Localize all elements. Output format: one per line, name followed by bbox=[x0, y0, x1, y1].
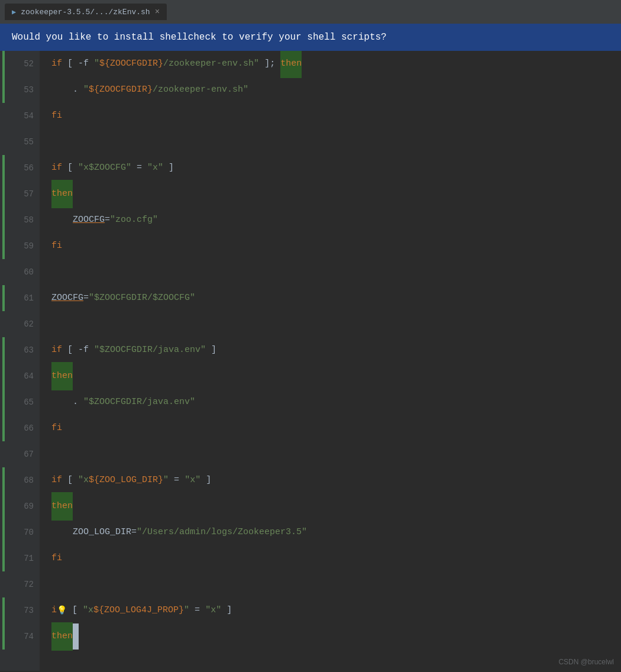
tab-bar: ▶ zookeeper-3.5.5/.../zkEnv.sh × bbox=[0, 0, 621, 24]
code-line-62 bbox=[51, 311, 621, 337]
keyword-then-64: then bbox=[51, 362, 73, 390]
gutter-mark-56 bbox=[2, 155, 5, 181]
code-line-58: ZOOCFG = "zoo.cfg" bbox=[51, 207, 621, 233]
code-line-64: then bbox=[51, 363, 621, 389]
editor-area: 52 53 54 55 56 57 58 59 60 61 62 63 64 6… bbox=[0, 51, 621, 671]
code-line-70: ZOO_LOG_DIR= "/Users/admin/logs/Zookeepe… bbox=[51, 519, 621, 545]
code-line-59: fi bbox=[51, 233, 621, 259]
line-num-72: 72 bbox=[7, 571, 34, 597]
gutter-mark-63 bbox=[2, 337, 5, 363]
lightbulb-icon: 💡 bbox=[57, 597, 67, 623]
code-line-65: . "$ZOOCFGDIR/java.env" bbox=[51, 389, 621, 415]
line-num-68: 68 bbox=[7, 467, 34, 493]
code-line-67 bbox=[51, 441, 621, 467]
line-num-65: 65 bbox=[7, 389, 34, 415]
active-tab[interactable]: ▶ zookeeper-3.5.5/.../zkEnv.sh × bbox=[5, 4, 167, 20]
line-num-69: 69 bbox=[7, 493, 34, 519]
line-num-59: 59 bbox=[7, 233, 34, 259]
gutter-mark-58 bbox=[2, 207, 5, 233]
gutter-mark-60 bbox=[2, 259, 5, 285]
keyword-then-74: then bbox=[51, 622, 73, 651]
line-num-62: 62 bbox=[7, 311, 34, 337]
code-line-57: then bbox=[51, 181, 621, 207]
code-line-56: if [ "x$ZOOCFG" = "x" ] bbox=[51, 155, 621, 181]
line-num-71: 71 bbox=[7, 545, 34, 571]
code-line-66: fi bbox=[51, 415, 621, 441]
line-num-66: 66 bbox=[7, 415, 34, 441]
gutter-mark-52 bbox=[2, 51, 5, 77]
change-gutter bbox=[0, 51, 7, 671]
gutter-mark-73 bbox=[2, 597, 5, 623]
code-line-53: . "${ZOOCFGDIR}/zookeeper-env.sh" bbox=[51, 77, 621, 103]
tab-close-button[interactable]: × bbox=[155, 7, 160, 17]
line-num-60: 60 bbox=[7, 259, 34, 285]
code-line-60 bbox=[51, 259, 621, 285]
line-num-52: 52 bbox=[7, 51, 34, 77]
code-line-61: ZOOCFG = "$ZOOCFGDIR/$ZOOCFG" bbox=[51, 285, 621, 311]
gutter-mark-65 bbox=[2, 389, 5, 415]
line-num-63: 63 bbox=[7, 337, 34, 363]
line-num-53: 53 bbox=[7, 77, 34, 103]
line-num-67: 67 bbox=[7, 441, 34, 467]
footer-attribution: CSDN @brucelwl bbox=[558, 658, 614, 666]
keyword-then-69: then bbox=[51, 492, 73, 521]
gutter-mark-74 bbox=[2, 623, 5, 650]
tab-label: zookeeper-3.5.5/.../zkEnv.sh bbox=[21, 8, 150, 17]
code-editor[interactable]: if [ -f "${ZOOCFGDIR}/zookeeper-env.sh" … bbox=[40, 51, 621, 671]
code-line-52: if [ -f "${ZOOCFGDIR}/zookeeper-env.sh" … bbox=[51, 51, 621, 77]
gutter-mark-71 bbox=[2, 545, 5, 571]
code-line-69: then bbox=[51, 493, 621, 519]
line-num-58: 58 bbox=[7, 207, 34, 233]
keyword-fi-54: fi bbox=[51, 103, 62, 129]
line-num-74: 74 bbox=[7, 623, 34, 650]
terminal-icon: ▶ bbox=[12, 8, 16, 17]
gutter-mark-68 bbox=[2, 467, 5, 493]
line-num-56: 56 bbox=[7, 155, 34, 181]
gutter-mark-64 bbox=[2, 363, 5, 389]
gutter-mark-62 bbox=[2, 311, 5, 337]
gutter-mark-69 bbox=[2, 493, 5, 519]
line-num-54: 54 bbox=[7, 103, 34, 129]
gutter-mark-53 bbox=[2, 77, 5, 103]
gutter-mark-57 bbox=[2, 181, 5, 207]
line-num-70: 70 bbox=[7, 519, 34, 545]
gutter-mark-66 bbox=[2, 415, 5, 441]
gutter-mark-55 bbox=[2, 129, 5, 155]
keyword-then-57: then bbox=[51, 180, 73, 208]
notification-bar: Would you like to install shellcheck to … bbox=[0, 24, 621, 51]
gutter-mark-72 bbox=[2, 571, 5, 597]
gutter-mark-70 bbox=[2, 519, 5, 545]
line-num-73: 73 bbox=[7, 597, 34, 623]
keyword-then-52: then bbox=[280, 51, 302, 78]
line-num-55: 55 bbox=[7, 129, 34, 155]
code-line-68: if [ "x${ZOO_LOG_DIR}" = "x" ] bbox=[51, 467, 621, 493]
code-line-55 bbox=[51, 129, 621, 155]
gutter-mark-61 bbox=[2, 285, 5, 311]
gutter-mark-67 bbox=[2, 441, 5, 467]
line-numbers: 52 53 54 55 56 57 58 59 60 61 62 63 64 6… bbox=[7, 51, 40, 671]
code-line-63: if [ -f "$ZOOCFGDIR/java.env" ] bbox=[51, 337, 621, 363]
notification-text: Would you like to install shellcheck to … bbox=[12, 32, 387, 43]
line-num-64: 64 bbox=[7, 363, 34, 389]
text-cursor bbox=[73, 623, 79, 650]
gutter-mark-54 bbox=[2, 103, 5, 129]
footer-text: CSDN @brucelwl bbox=[558, 658, 614, 666]
code-line-73: i 💡 [ "x${ZOO_LOG4J_PROP}" = "x" ] bbox=[51, 597, 621, 623]
code-line-54: fi bbox=[51, 103, 621, 129]
line-num-57: 57 bbox=[7, 181, 34, 207]
code-line-74: then bbox=[51, 623, 621, 650]
keyword-if: if bbox=[51, 51, 62, 77]
code-line-71: fi bbox=[51, 545, 621, 571]
line-num-61: 61 bbox=[7, 285, 34, 311]
code-line-72 bbox=[51, 571, 621, 597]
gutter-mark-59 bbox=[2, 233, 5, 259]
